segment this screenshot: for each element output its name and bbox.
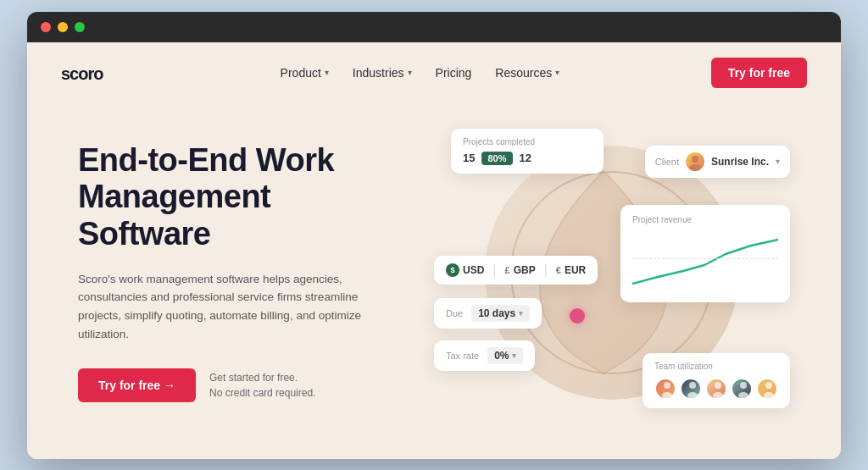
nav-pricing[interactable]: Pricing xyxy=(436,66,472,80)
card-currency: $ USD | £ GBP | € EUR xyxy=(434,256,598,285)
navbar: scoro Product ▾ Industries ▾ Pricing Res… xyxy=(27,42,841,103)
team-avatar-5 xyxy=(756,378,778,400)
chevron-down-icon: ▾ xyxy=(408,68,412,77)
close-dot[interactable] xyxy=(41,22,51,32)
svg-point-1 xyxy=(692,156,698,163)
hero-section: End-to-End Work Management Software Scor… xyxy=(27,103,841,459)
team-avatar-2 xyxy=(680,378,702,400)
svg-point-6 xyxy=(687,392,698,399)
pink-dot xyxy=(570,308,585,323)
nav-links: Product ▾ Industries ▾ Pricing Resources… xyxy=(281,66,560,80)
currency-eur[interactable]: € EUR xyxy=(556,264,586,276)
team-avatars xyxy=(654,378,778,400)
page-content: scoro Product ▾ Industries ▾ Pricing Res… xyxy=(27,42,841,459)
client-avatar xyxy=(686,152,704,171)
hero-cta-note: Get started for free. No credit card req… xyxy=(209,370,315,401)
svg-text:scoro: scoro xyxy=(61,64,103,83)
chevron-down-icon: ▾ xyxy=(325,68,329,77)
card-team: Team utilization xyxy=(643,353,790,408)
minimize-dot[interactable] xyxy=(58,22,68,32)
due-label: Due xyxy=(446,308,463,318)
team-avatar-1 xyxy=(654,378,676,400)
currency-gbp[interactable]: £ GBP xyxy=(505,264,536,276)
nav-industries[interactable]: Industries ▾ xyxy=(353,66,412,80)
projects-badge: 80% xyxy=(481,152,512,165)
svg-point-12 xyxy=(764,392,774,399)
card-client[interactable]: Client Sunrise Inc. ▾ xyxy=(645,146,790,178)
nav-resources[interactable]: Resources ▾ xyxy=(495,66,559,80)
hero-title: End-to-End Work Management Software xyxy=(78,142,400,253)
hero-cta-row: Try for free → Get started for free. No … xyxy=(78,368,400,402)
hero-subtitle: Scoro's work management software helps a… xyxy=(78,270,366,343)
chevron-down-icon: ▾ xyxy=(512,351,516,360)
chevron-down-icon: ▾ xyxy=(555,68,559,77)
projects-num-left: 15 xyxy=(463,152,475,164)
team-avatar-3 xyxy=(705,378,727,400)
svg-point-8 xyxy=(713,392,723,399)
revenue-title: Project revenue xyxy=(632,215,778,224)
card-revenue: Project revenue xyxy=(620,205,790,302)
svg-point-7 xyxy=(715,382,721,389)
browser-window: scoro Product ▾ Industries ▾ Pricing Res… xyxy=(27,12,841,459)
svg-point-11 xyxy=(765,382,772,389)
nav-cta-button[interactable]: Try for free xyxy=(711,58,807,88)
tax-label: Tax rate xyxy=(446,351,479,361)
hero-cta-button[interactable]: Try for free → xyxy=(78,368,196,402)
revenue-chart xyxy=(632,233,778,292)
due-badge[interactable]: 10 days ▾ xyxy=(471,305,530,322)
tax-badge[interactable]: 0% ▾ xyxy=(487,347,523,364)
team-avatar-4 xyxy=(731,378,753,400)
usd-icon: $ xyxy=(446,263,459,277)
svg-point-5 xyxy=(689,382,696,389)
projects-num-right: 12 xyxy=(520,152,531,164)
svg-point-4 xyxy=(662,392,672,399)
svg-point-9 xyxy=(740,382,747,389)
card-due: Due 10 days ▾ xyxy=(434,298,542,329)
chevron-down-icon: ▾ xyxy=(776,157,780,166)
logo-svg: scoro xyxy=(61,63,129,83)
projects-label: Projects completed xyxy=(463,137,592,147)
card-tax: Tax rate 0% ▾ xyxy=(434,340,535,371)
card-projects: Projects completed 15 80% 12 xyxy=(451,129,604,174)
nav-product[interactable]: Product ▾ xyxy=(281,66,329,80)
team-title: Team utilization xyxy=(654,362,778,371)
chart-dashed-line xyxy=(632,258,778,259)
svg-point-3 xyxy=(664,382,670,389)
svg-point-10 xyxy=(738,392,748,399)
client-name: Sunrise Inc. xyxy=(711,156,769,168)
chart-area xyxy=(632,233,778,292)
browser-chrome xyxy=(27,12,841,42)
currency-usd[interactable]: $ USD xyxy=(446,263,484,277)
projects-stats: 15 80% 12 xyxy=(463,152,592,165)
svg-point-2 xyxy=(689,164,701,171)
maximize-dot[interactable] xyxy=(75,22,85,32)
client-label: Client xyxy=(655,157,679,167)
hero-left: End-to-End Work Management Software Scor… xyxy=(78,142,400,402)
hero-illustration: Projects completed 15 80% 12 Client xyxy=(434,120,790,425)
logo[interactable]: scoro xyxy=(61,63,129,83)
chevron-down-icon: ▾ xyxy=(519,309,523,318)
